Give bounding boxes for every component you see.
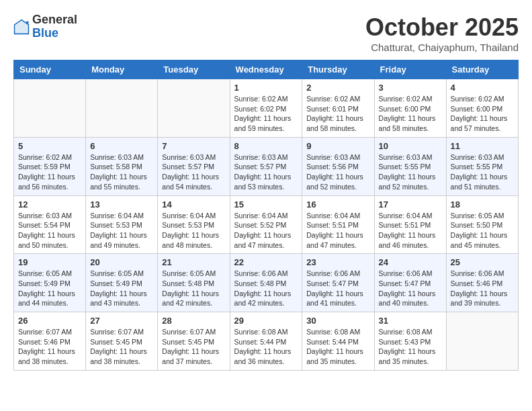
day-number: 11 xyxy=(451,141,514,151)
day-number: 13 xyxy=(90,199,153,210)
day-cell: 19Sunrise: 6:05 AM Sunset: 5:49 PM Dayli… xyxy=(14,254,86,312)
day-number: 7 xyxy=(162,141,225,151)
day-number: 20 xyxy=(90,257,153,267)
day-number: 1 xyxy=(234,83,298,93)
day-cell: 26Sunrise: 6:07 AM Sunset: 5:46 PM Dayli… xyxy=(14,312,86,371)
day-info: Sunrise: 6:02 AM Sunset: 6:02 PM Dayligh… xyxy=(234,94,298,134)
logo-general: General xyxy=(32,13,77,26)
day-number: 10 xyxy=(379,141,442,151)
day-cell: 3Sunrise: 6:02 AM Sunset: 6:00 PM Daylig… xyxy=(374,79,446,138)
day-info: Sunrise: 6:03 AM Sunset: 5:54 PM Dayligh… xyxy=(18,211,81,250)
day-cell: 9Sunrise: 6:03 AM Sunset: 5:56 PM Daylig… xyxy=(302,137,374,195)
day-number: 4 xyxy=(451,83,514,93)
day-number: 8 xyxy=(234,141,298,151)
day-number: 3 xyxy=(379,83,442,93)
day-info: Sunrise: 6:06 AM Sunset: 5:46 PM Dayligh… xyxy=(451,269,514,308)
logo-icon xyxy=(13,19,30,35)
day-info: Sunrise: 6:07 AM Sunset: 5:46 PM Dayligh… xyxy=(18,327,81,367)
day-info: Sunrise: 6:03 AM Sunset: 5:57 PM Dayligh… xyxy=(162,152,225,192)
day-cell: 7Sunrise: 6:03 AM Sunset: 5:57 PM Daylig… xyxy=(158,137,230,195)
day-info: Sunrise: 6:05 AM Sunset: 5:50 PM Dayligh… xyxy=(451,211,514,250)
day-number: 21 xyxy=(162,257,225,267)
day-cell xyxy=(446,312,518,371)
week-row-1: 1Sunrise: 6:02 AM Sunset: 6:02 PM Daylig… xyxy=(14,79,519,138)
day-cell: 2Sunrise: 6:02 AM Sunset: 6:01 PM Daylig… xyxy=(302,79,374,138)
day-info: Sunrise: 6:05 AM Sunset: 5:49 PM Dayligh… xyxy=(18,269,81,308)
day-info: Sunrise: 6:05 AM Sunset: 5:48 PM Dayligh… xyxy=(162,269,225,308)
day-info: Sunrise: 6:08 AM Sunset: 5:44 PM Dayligh… xyxy=(306,327,369,367)
day-number: 27 xyxy=(90,316,153,326)
day-number: 26 xyxy=(18,316,81,326)
day-cell: 28Sunrise: 6:07 AM Sunset: 5:45 PM Dayli… xyxy=(158,312,230,371)
day-number: 17 xyxy=(379,199,442,210)
week-row-4: 19Sunrise: 6:05 AM Sunset: 5:49 PM Dayli… xyxy=(14,254,519,312)
page-header: General Blue October 2025 Chatturat, Cha… xyxy=(13,13,519,53)
title-section: October 2025 Chatturat, Chaiyaphum, Thai… xyxy=(365,13,519,53)
weekday-header-thursday: Thursday xyxy=(302,60,374,79)
day-cell: 24Sunrise: 6:06 AM Sunset: 5:47 PM Dayli… xyxy=(374,254,446,312)
day-cell: 12Sunrise: 6:03 AM Sunset: 5:54 PM Dayli… xyxy=(14,195,86,254)
day-cell: 29Sunrise: 6:08 AM Sunset: 5:44 PM Dayli… xyxy=(230,312,302,371)
day-cell: 13Sunrise: 6:04 AM Sunset: 5:53 PM Dayli… xyxy=(86,195,158,254)
calendar-subtitle: Chatturat, Chaiyaphum, Thailand xyxy=(365,42,519,53)
logo-blue: Blue xyxy=(32,26,58,40)
day-cell: 5Sunrise: 6:02 AM Sunset: 5:59 PM Daylig… xyxy=(14,137,86,195)
day-number: 19 xyxy=(18,257,81,267)
day-cell: 31Sunrise: 6:08 AM Sunset: 5:43 PM Dayli… xyxy=(374,312,446,371)
day-number: 25 xyxy=(451,257,514,267)
logo-text: General Blue xyxy=(32,13,77,40)
day-number: 5 xyxy=(18,141,81,151)
day-info: Sunrise: 6:04 AM Sunset: 5:52 PM Dayligh… xyxy=(234,211,298,250)
day-number: 18 xyxy=(451,199,514,210)
day-cell: 20Sunrise: 6:05 AM Sunset: 5:49 PM Dayli… xyxy=(86,254,158,312)
weekday-header-saturday: Saturday xyxy=(446,60,518,79)
day-cell: 15Sunrise: 6:04 AM Sunset: 5:52 PM Dayli… xyxy=(230,195,302,254)
weekday-header-row: SundayMondayTuesdayWednesdayThursdayFrid… xyxy=(14,60,519,79)
day-cell: 8Sunrise: 6:03 AM Sunset: 5:57 PM Daylig… xyxy=(230,137,302,195)
day-number: 22 xyxy=(234,257,298,267)
day-info: Sunrise: 6:06 AM Sunset: 5:48 PM Dayligh… xyxy=(234,269,298,308)
day-number: 30 xyxy=(306,316,369,326)
weekday-header-wednesday: Wednesday xyxy=(230,60,302,79)
day-info: Sunrise: 6:03 AM Sunset: 5:55 PM Dayligh… xyxy=(451,152,514,192)
day-info: Sunrise: 6:08 AM Sunset: 5:44 PM Dayligh… xyxy=(234,327,298,367)
day-cell: 27Sunrise: 6:07 AM Sunset: 5:45 PM Dayli… xyxy=(86,312,158,371)
calendar-table: SundayMondayTuesdayWednesdayThursdayFrid… xyxy=(13,60,519,371)
day-cell: 14Sunrise: 6:04 AM Sunset: 5:53 PM Dayli… xyxy=(158,195,230,254)
day-number: 31 xyxy=(379,316,442,326)
day-number: 9 xyxy=(306,141,369,151)
weekday-header-monday: Monday xyxy=(86,60,158,79)
day-number: 15 xyxy=(234,199,298,210)
day-cell xyxy=(14,79,86,138)
day-cell: 1Sunrise: 6:02 AM Sunset: 6:02 PM Daylig… xyxy=(230,79,302,138)
day-number: 14 xyxy=(162,199,225,210)
day-number: 6 xyxy=(90,141,153,151)
day-cell xyxy=(158,79,230,138)
day-number: 12 xyxy=(18,199,81,210)
day-number: 24 xyxy=(379,257,442,267)
day-info: Sunrise: 6:03 AM Sunset: 5:55 PM Dayligh… xyxy=(379,152,442,192)
day-number: 28 xyxy=(162,316,225,326)
week-row-3: 12Sunrise: 6:03 AM Sunset: 5:54 PM Dayli… xyxy=(14,195,519,254)
day-info: Sunrise: 6:03 AM Sunset: 5:58 PM Dayligh… xyxy=(90,152,153,192)
day-cell xyxy=(86,79,158,138)
day-cell: 16Sunrise: 6:04 AM Sunset: 5:51 PM Dayli… xyxy=(302,195,374,254)
day-number: 2 xyxy=(306,83,369,93)
day-info: Sunrise: 6:04 AM Sunset: 5:51 PM Dayligh… xyxy=(379,211,442,250)
day-cell: 30Sunrise: 6:08 AM Sunset: 5:44 PM Dayli… xyxy=(302,312,374,371)
day-cell: 4Sunrise: 6:02 AM Sunset: 6:00 PM Daylig… xyxy=(446,79,518,138)
weekday-header-friday: Friday xyxy=(374,60,446,79)
week-row-5: 26Sunrise: 6:07 AM Sunset: 5:46 PM Dayli… xyxy=(14,312,519,371)
day-info: Sunrise: 6:02 AM Sunset: 5:59 PM Dayligh… xyxy=(18,152,81,192)
calendar-title: October 2025 xyxy=(365,13,519,42)
day-info: Sunrise: 6:06 AM Sunset: 5:47 PM Dayligh… xyxy=(306,269,369,308)
weekday-header-tuesday: Tuesday xyxy=(158,60,230,79)
day-cell: 21Sunrise: 6:05 AM Sunset: 5:48 PM Dayli… xyxy=(158,254,230,312)
logo: General Blue xyxy=(13,13,77,40)
day-info: Sunrise: 6:03 AM Sunset: 5:57 PM Dayligh… xyxy=(234,152,298,192)
day-cell: 23Sunrise: 6:06 AM Sunset: 5:47 PM Dayli… xyxy=(302,254,374,312)
day-info: Sunrise: 6:05 AM Sunset: 5:49 PM Dayligh… xyxy=(90,269,153,308)
day-info: Sunrise: 6:02 AM Sunset: 6:01 PM Dayligh… xyxy=(306,94,369,134)
day-info: Sunrise: 6:03 AM Sunset: 5:56 PM Dayligh… xyxy=(306,152,369,192)
day-info: Sunrise: 6:02 AM Sunset: 6:00 PM Dayligh… xyxy=(379,94,442,134)
